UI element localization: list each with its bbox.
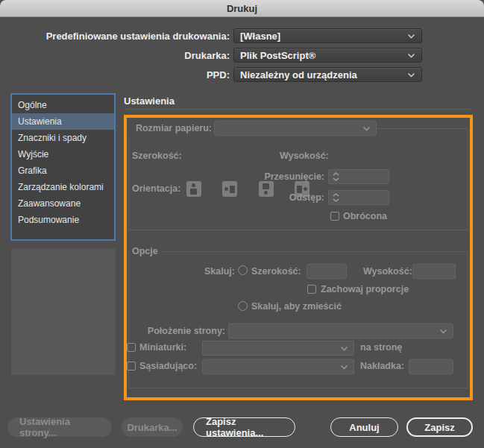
thumbnails-dropdown[interactable] <box>202 341 354 356</box>
stepper-arrows-icon[interactable] <box>333 172 339 181</box>
scale-height-label: Wysokość: <box>363 266 412 277</box>
panel-title: Ustawienia <box>124 95 175 107</box>
per-page-label: na stronę <box>360 342 402 353</box>
titlebar[interactable]: Drukuj <box>0 0 484 17</box>
chevron-down-icon <box>340 346 348 351</box>
landscape-left-icon[interactable] <box>222 181 237 197</box>
ppd-dropdown[interactable]: Niezależny od urządzenia <box>233 67 422 82</box>
paper-size-dropdown[interactable] <box>214 121 377 136</box>
gap-stepper[interactable] <box>328 190 389 205</box>
portrait-icon[interactable] <box>186 181 201 197</box>
tile-label: Sąsiadująco: <box>139 361 197 371</box>
scale-label: Skaluj: <box>160 266 235 277</box>
sections-list: Ogólne Ustawienia Znaczniki i spady Wyjś… <box>10 93 116 241</box>
chevron-down-icon <box>340 365 348 370</box>
thumbnails-checkbox[interactable] <box>127 343 136 352</box>
chevron-down-icon <box>407 34 415 39</box>
orientation-label: Orientacja: <box>132 183 180 194</box>
printer-value: Plik PostScript® <box>240 50 407 61</box>
sidebar-item-ogolne[interactable]: Ogólne <box>12 97 114 113</box>
gap-label: Odstęp: <box>250 192 324 203</box>
page-position-label: Położenie strony: <box>136 326 225 336</box>
printer-button[interactable]: Drukarka... <box>122 417 183 437</box>
sidebar-item-ustawienia[interactable]: Ustawienia <box>12 113 114 130</box>
window-title: Drukuj <box>227 3 257 14</box>
cancel-button[interactable]: Anuluj <box>330 417 398 437</box>
rotated-label: Obrócona <box>343 211 387 221</box>
sidebar-item-kolory[interactable]: Zarządzanie kolorami <box>12 179 114 195</box>
scale-height-input[interactable] <box>412 264 456 279</box>
sidebar-item-podsumowanie[interactable]: Podsumowanie <box>12 212 114 228</box>
chevron-down-icon <box>362 126 371 131</box>
stepper-arrows-icon[interactable] <box>333 193 339 202</box>
divider <box>124 109 473 110</box>
sidebar-item-grafika[interactable]: Grafika <box>12 163 114 179</box>
page-setup-button[interactable]: Ustawienia strony... <box>7 417 112 437</box>
sidebar-item-znaczniki[interactable]: Znaczniki i spady <box>12 130 114 146</box>
scale-width-input[interactable] <box>307 264 347 279</box>
page-preview <box>11 248 116 375</box>
page-position-dropdown[interactable] <box>228 324 453 338</box>
options-title: Opcje <box>129 246 161 256</box>
offset-label: Przesunięcie: <box>250 171 324 182</box>
constrain-checkbox[interactable] <box>307 285 316 294</box>
rotated-checkbox[interactable] <box>330 212 339 221</box>
height-label: Wysokość: <box>280 151 329 161</box>
print-dialog: Drukuj Predefiniowane ustawienia drukowa… <box>0 0 484 448</box>
tile-checkbox[interactable] <box>127 362 136 370</box>
save-button[interactable]: Zapisz <box>406 417 473 437</box>
overlap-label: Nakładka: <box>360 361 404 371</box>
offset-stepper[interactable] <box>328 169 389 184</box>
sidebar-item-zaawansowane[interactable]: Zaawansowane <box>12 195 114 212</box>
scale-to-fit-label: Skaluj, aby zmieścić <box>251 301 342 312</box>
sidebar-item-wyjscie[interactable]: Wyjście <box>12 146 114 163</box>
constrain-label: Zachowaj proporcje <box>321 284 409 294</box>
printer-dropdown[interactable]: Plik PostScript® <box>233 48 422 63</box>
scale-radio[interactable] <box>238 265 248 275</box>
preset-dropdown[interactable]: [Własne] <box>233 28 422 43</box>
overlap-input[interactable] <box>409 359 453 374</box>
thumbnails-label: Miniaturki: <box>139 342 186 353</box>
chevron-down-icon <box>407 53 415 58</box>
chevron-down-icon <box>407 72 415 78</box>
chevron-down-icon <box>439 329 447 334</box>
ppd-label: PPD: <box>0 69 230 81</box>
preset-value: [Własne] <box>240 31 407 42</box>
tile-dropdown[interactable] <box>202 359 354 374</box>
save-settings-button[interactable]: Zapisz ustawienia... <box>193 417 295 437</box>
paper-size-label: Rozmiar papieru: <box>127 123 215 133</box>
preset-label: Predefiniowane ustawienia drukowania: <box>0 31 230 42</box>
ppd-value: Niezależny od urządzenia <box>240 69 407 81</box>
scale-to-fit-radio[interactable] <box>238 301 248 311</box>
scale-width-label: Szerokość: <box>251 266 301 277</box>
printer-label: Drukarka: <box>0 50 230 61</box>
width-label: Szerokość: <box>132 151 182 161</box>
